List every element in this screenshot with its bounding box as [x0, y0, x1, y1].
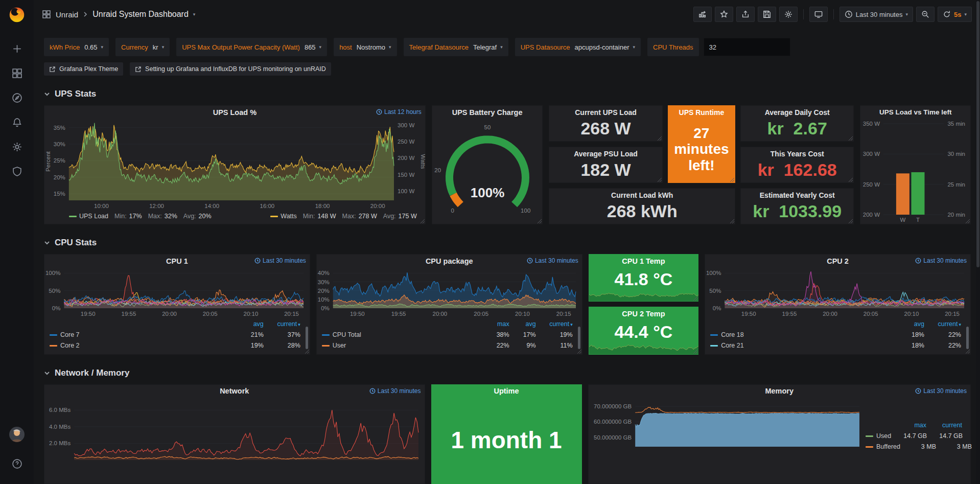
legend-scrollbar[interactable]	[578, 327, 580, 349]
panel-title[interactable]: CPU 1	[166, 257, 188, 265]
stat-value: 182 W	[580, 160, 631, 180]
breadcrumb-folder[interactable]: Unraid	[56, 10, 78, 19]
section-ups-stats[interactable]: UPS Stats	[44, 89, 971, 99]
panel-title[interactable]: UPS Runtime	[679, 108, 725, 117]
panel-cpu1-temp: CPU 1 Temp 41.8 °C	[589, 254, 699, 302]
gear-icon	[784, 10, 792, 18]
server-admin-shield-icon[interactable]	[5, 159, 29, 183]
panel-time-badge[interactable]: Last 30 minutes	[369, 387, 421, 395]
legend-sort-current[interactable]: current▾	[536, 320, 573, 328]
configuration-gear-icon[interactable]	[5, 134, 29, 159]
series-color-dash	[69, 216, 77, 217]
time-range-picker[interactable]: Last 30 minutes ▾	[839, 7, 913, 22]
legend-item[interactable]: UPS Load Min:17% Max:32% Avg:20%	[69, 213, 212, 220]
chevron-down-icon	[44, 370, 50, 376]
link-ups-monitoring-guide[interactable]: Setting up Grafana and InfluxDB for UPS …	[130, 62, 331, 76]
legend-row: Buffered 3 MB 3 MB	[866, 442, 962, 452]
legend-sort-avg[interactable]: avg	[232, 320, 264, 328]
create-icon[interactable]	[5, 36, 29, 61]
cycle-view-mode-button[interactable]	[809, 7, 828, 22]
battery-gauge[interactable]: 02050100100%	[432, 119, 543, 224]
link-grafana-plex-theme[interactable]: Grafana Plex Theme	[44, 62, 123, 76]
ups-load-chart[interactable]: 15%20%25%30%35%100 W150 W200 W250 W300 W…	[44, 119, 425, 211]
legend-sort-max[interactable]: max	[891, 422, 926, 429]
star-dashboard-button[interactable]	[715, 7, 733, 22]
cpu1-chart[interactable]: 0%50%100%19:5019:5520:0020:0520:1020:15	[44, 267, 310, 318]
explore-icon[interactable]	[5, 85, 29, 110]
legend-sort-current[interactable]: current▾	[264, 320, 300, 328]
panel-title[interactable]: UPS Load %	[213, 108, 256, 117]
alerting-bell-icon[interactable]	[5, 110, 29, 134]
ups-vs-time-chart[interactable]: 200 W250 W300 W350 W20 min25 min30 min35…	[860, 119, 970, 224]
save-dashboard-button[interactable]	[758, 7, 776, 22]
memory-chart[interactable]: 50.000000 GB60.000000 GB70.000000 GB	[589, 398, 866, 451]
svg-text:20:05: 20:05	[474, 311, 488, 317]
variable-telegraf-datasource[interactable]: Telegraf Datasource Telegraf▾	[404, 38, 508, 56]
user-avatar[interactable]	[9, 427, 25, 442]
panel-title[interactable]: Memory	[765, 387, 794, 395]
section-cpu-stats[interactable]: CPU Stats	[44, 238, 971, 248]
help-icon[interactable]	[5, 451, 29, 476]
share-dashboard-button[interactable]	[736, 7, 755, 22]
legend-sort-avg[interactable]: avg	[893, 320, 924, 328]
panel-title[interactable]: Current UPS Load	[575, 108, 637, 117]
panel-time-badge[interactable]: Last 30 minutes	[254, 257, 306, 264]
panel-title[interactable]: Average PSU Load	[574, 150, 638, 158]
panel-average-daily-cost: Average Daily Cost kr 2.67	[740, 105, 854, 142]
svg-text:30%: 30%	[54, 141, 65, 147]
stat-value: kr 162.68	[758, 160, 837, 180]
legend-sort-avg[interactable]: avg	[509, 320, 536, 328]
caret-down-icon: ▾	[389, 44, 391, 50]
panel-title[interactable]: Uptime	[494, 387, 519, 395]
legend-row: Core 7 21% 37%	[50, 330, 300, 340]
add-panel-button[interactable]	[693, 7, 712, 22]
panel-title[interactable]: CPU 1 Temp	[622, 257, 665, 265]
panel-title[interactable]: This Years Cost	[771, 150, 824, 158]
panel-title[interactable]: UPS Battery Charge	[452, 108, 523, 117]
panel-time-badge[interactable]: Last 30 minutes	[915, 257, 967, 264]
panel-title[interactable]: UPS Load vs Time left	[879, 108, 952, 116]
variable-host[interactable]: host Nostromo▾	[334, 38, 396, 56]
zoom-out-time-button[interactable]	[916, 7, 935, 22]
cpu2-chart[interactable]: 0%50%100%19:5019:5520:0020:0520:1020:15	[705, 267, 970, 318]
legend-item[interactable]: Watts Min:148 W Max:278 W Avg:175 W	[270, 213, 416, 220]
legend-scrollbar[interactable]	[306, 327, 308, 349]
panel-title[interactable]: Network	[220, 387, 249, 395]
network-chart[interactable]: 2.0 MBs4.0 MBs6.0 MBs	[44, 398, 425, 464]
svg-text:19:50: 19:50	[741, 311, 756, 317]
panel-time-badge[interactable]: Last 12 hours	[376, 108, 422, 116]
grafana-logo-icon[interactable]	[7, 5, 27, 24]
dashboards-icon[interactable]	[5, 61, 29, 85]
dashboard-grid-icon[interactable]	[42, 10, 51, 19]
panel-title[interactable]: CPU package	[426, 257, 473, 265]
caret-down-icon: ▾	[905, 12, 908, 17]
variable-ups-datasource[interactable]: UPS Datasource apcupsd-container▾	[515, 38, 641, 56]
cpu-threads-input[interactable]	[704, 38, 790, 56]
sort-caret-icon: ▾	[298, 322, 300, 327]
variable-kwh-price[interactable]: kWh Price 0.65▾	[44, 38, 109, 56]
dashboard-title[interactable]: Unraid System Dashboard	[92, 10, 189, 19]
variable-ups-max-power[interactable]: UPS Max Output Power Capacity (Watt) 865…	[176, 38, 327, 56]
legend-scrollbar[interactable]	[966, 327, 969, 349]
legend-sort-max[interactable]: max	[481, 320, 509, 328]
caret-down-icon[interactable]: ▾	[193, 12, 196, 17]
panel-time-badge[interactable]: Last 30 minutes	[527, 257, 578, 264]
page-scrollbar-thumb[interactable]	[976, 1, 979, 267]
panel-title[interactable]: CPU 2 Temp	[622, 310, 665, 318]
variable-currency[interactable]: Currency kr▾	[115, 38, 170, 56]
section-network-memory[interactable]: Network / Memory	[44, 368, 971, 378]
panel-title[interactable]: Current Load kWh	[611, 191, 673, 199]
refresh-picker[interactable]: 5s ▾	[938, 7, 972, 22]
legend-sort-current[interactable]: current	[926, 422, 962, 429]
cpu-package-chart[interactable]: 0%10%20%30%40%19:5019:5520:0020:0520:102…	[317, 267, 582, 318]
svg-text:30%: 30%	[318, 279, 330, 285]
panel-title[interactable]: Estimated Yearly Cost	[760, 191, 835, 199]
panel-time-badge[interactable]: Last 30 minutes	[915, 387, 967, 395]
legend-sort-current[interactable]: current▾	[924, 320, 961, 328]
svg-text:0: 0	[451, 208, 454, 214]
save-icon	[763, 10, 771, 18]
panel-title[interactable]: CPU 2	[827, 257, 849, 265]
panel-title[interactable]: Average Daily Cost	[765, 108, 830, 117]
svg-text:Percent: Percent	[45, 151, 51, 171]
dashboard-settings-button[interactable]	[779, 7, 798, 22]
